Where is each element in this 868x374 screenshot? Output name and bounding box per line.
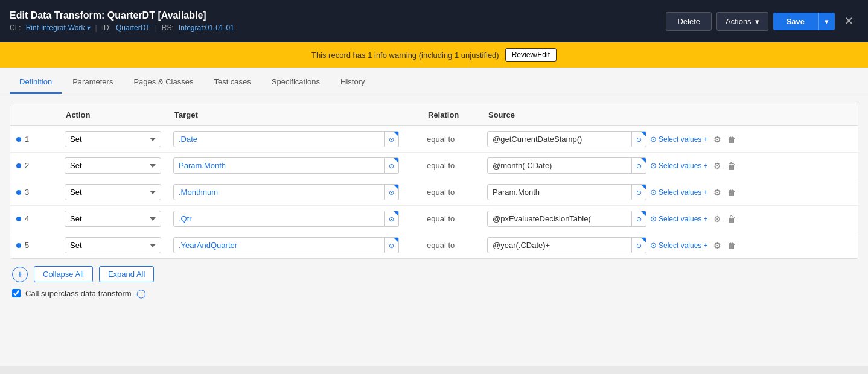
save-button[interactable]: Save [773, 13, 818, 30]
row-num-3: 3 [10, 179, 59, 206]
source-expand-btn-2[interactable]: ⊙ [632, 157, 646, 174]
row-relation-cell-4: equal to [421, 206, 481, 232]
select-values-btn-2[interactable]: ⊙ Select values + [648, 161, 710, 170]
info-icon[interactable]: ◯ [136, 288, 146, 298]
action-select-5[interactable]: SetRemoveAppendUpdate [65, 237, 161, 253]
select-values-plus-3: + [703, 188, 707, 197]
target-input-5[interactable] [173, 237, 385, 253]
row-source-cell-4: ⊙ ⊙ Select values + ⚙ 🗑 [481, 206, 858, 232]
source-expand-btn-1[interactable]: ⊙ [632, 131, 646, 147]
source-corner-2 [641, 158, 646, 163]
corner-indicator-1 [394, 132, 398, 136]
source-input-3[interactable] [487, 184, 632, 200]
gear-btn-3[interactable]: ⚙ [711, 186, 724, 198]
row-action-cell-4: SetRemoveAppendUpdate [59, 206, 167, 232]
expand-all-button[interactable]: Expand All [99, 266, 154, 282]
source-corner-5 [641, 238, 646, 242]
row-dot [16, 190, 21, 195]
select-values-icon-2: ⊙ [650, 161, 657, 170]
delete-row-btn-2[interactable]: 🗑 [725, 160, 738, 172]
tab-history[interactable]: History [331, 71, 374, 94]
gear-btn-4[interactable]: ⚙ [711, 213, 724, 225]
action-select-1[interactable]: SetRemoveAppendUpdate [65, 131, 161, 147]
col-header-relation: Relation [421, 104, 481, 126]
target-icon-2: ⊙ [389, 162, 394, 170]
relation-text-5: equal to [427, 241, 455, 250]
actions-button[interactable]: Actions ▾ [716, 12, 768, 31]
gear-btn-1[interactable]: ⚙ [711, 133, 724, 145]
close-button[interactable]: ✕ [840, 12, 858, 30]
select-values-icon-5: ⊙ [650, 241, 657, 250]
select-values-btn-3[interactable]: ⊙ Select values + [648, 188, 710, 197]
target-expand-btn-1[interactable]: ⊙ [385, 131, 399, 147]
source-input-5[interactable] [487, 237, 632, 253]
target-input-1[interactable] [173, 131, 385, 147]
select-values-plus-4: + [703, 215, 707, 223]
target-wrapper-5: ⊙ [173, 237, 415, 253]
source-icon-4: ⊙ [636, 215, 642, 223]
corner-indicator-3 [394, 185, 398, 189]
target-icon-5: ⊙ [389, 242, 394, 249]
delete-row-btn-5[interactable]: 🗑 [725, 239, 738, 252]
tab-pages-classes[interactable]: Pages & Classes [124, 71, 203, 94]
gear-btn-2[interactable]: ⚙ [711, 160, 724, 172]
target-expand-btn-5[interactable]: ⊙ [385, 237, 399, 253]
row-source-cell-3: ⊙ ⊙ Select values + ⚙ 🗑 [481, 179, 858, 206]
source-row-actions-5: ⊙ ⊙ Select values + ⚙ 🗑 [487, 237, 852, 253]
action-select-3[interactable]: SetRemoveAppendUpdate [65, 184, 161, 200]
col-header-num [10, 104, 59, 126]
action-select-2[interactable]: SetRemoveAppendUpdate [65, 157, 161, 174]
row-dot [16, 243, 21, 248]
tab-test-cases[interactable]: Test cases [204, 71, 260, 94]
row-source-cell-1: ⊙ ⊙ Select values + ⚙ 🗑 [481, 126, 858, 153]
checkbox-row: Call superclass data transform ◯ [10, 282, 858, 298]
cl-value[interactable]: Rint-Integrat-Work ▾ [26, 24, 91, 32]
gear-btn-5[interactable]: ⚙ [711, 239, 724, 252]
delete-row-btn-1[interactable]: 🗑 [725, 133, 738, 145]
data-table: Action Target Relation Source 1SetRemove… [10, 104, 858, 258]
row-target-cell-2: ⊙ [167, 153, 421, 179]
tab-definition[interactable]: Definition [10, 71, 62, 94]
tab-parameters[interactable]: Parameters [63, 71, 123, 94]
collapse-all-button[interactable]: Collapse All [34, 266, 93, 282]
select-values-btn-1[interactable]: ⊙ Select values + [648, 135, 710, 144]
target-input-2[interactable] [173, 157, 385, 174]
save-dropdown-button[interactable]: ▾ [818, 13, 835, 30]
target-expand-btn-4[interactable]: ⊙ [385, 211, 399, 227]
tab-specifications[interactable]: Specifications [262, 71, 330, 94]
add-row-button[interactable]: + [12, 267, 28, 282]
source-input-2[interactable] [487, 157, 632, 174]
page-title: Edit Data Transform: QuarterDT [Availabl… [10, 10, 234, 21]
select-values-btn-5[interactable]: ⊙ Select values + [648, 241, 710, 250]
delete-row-btn-3[interactable]: 🗑 [725, 186, 738, 198]
select-values-btn-4[interactable]: ⊙ Select values + [648, 214, 710, 223]
delete-button[interactable]: Delete [666, 12, 712, 31]
delete-row-btn-4[interactable]: 🗑 [725, 213, 738, 225]
row-num-1: 1 [10, 126, 59, 153]
source-input-4[interactable] [487, 211, 632, 227]
source-expand-btn-5[interactable]: ⊙ [632, 237, 646, 253]
row-source-cell-5: ⊙ ⊙ Select values + ⚙ 🗑 [481, 232, 858, 259]
target-expand-btn-3[interactable]: ⊙ [385, 184, 399, 200]
target-input-4[interactable] [173, 211, 385, 227]
col-header-source: Source [481, 104, 858, 126]
select-values-plus-2: + [703, 162, 707, 170]
source-icon-2: ⊙ [636, 162, 642, 170]
target-icon-3: ⊙ [389, 189, 394, 196]
review-edit-button[interactable]: Review/Edit [505, 48, 557, 62]
source-row-actions-3: ⊙ ⊙ Select values + ⚙ 🗑 [487, 184, 852, 200]
action-select-4[interactable]: SetRemoveAppendUpdate [65, 211, 161, 227]
target-expand-btn-2[interactable]: ⊙ [385, 157, 399, 174]
superclass-label[interactable]: Call superclass data transform [25, 289, 132, 298]
relation-text-2: equal to [427, 161, 455, 170]
source-expand-btn-3[interactable]: ⊙ [632, 184, 646, 200]
select-values-icon-3: ⊙ [650, 188, 657, 197]
warning-message: This record has 1 info warning (includin… [311, 51, 499, 60]
target-input-3[interactable] [173, 184, 385, 200]
row-target-cell-1: ⊙ [167, 126, 421, 153]
rs-label: RS: [162, 24, 174, 32]
row-relation-cell-5: equal to [421, 232, 481, 259]
superclass-checkbox[interactable] [12, 289, 21, 297]
source-input-1[interactable] [487, 131, 632, 147]
source-expand-btn-4[interactable]: ⊙ [632, 211, 646, 227]
